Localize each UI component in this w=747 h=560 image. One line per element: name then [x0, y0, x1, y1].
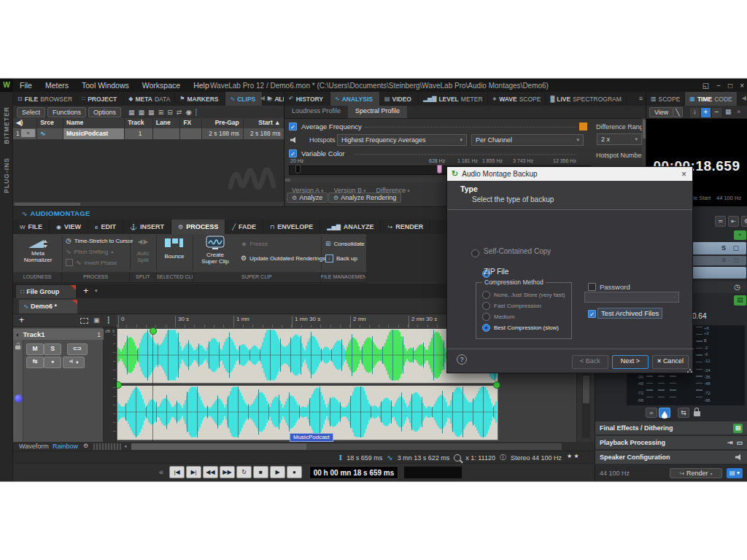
clip-name-label[interactable]: MusicPodcast [290, 433, 333, 442]
transport-button[interactable]: ▶▶ [220, 466, 235, 478]
reset-icon[interactable]: ⇤ [728, 216, 739, 227]
consolidate-button[interactable]: ⊞Consolidate [325, 240, 365, 247]
panel-menu-icon[interactable]: ≡ [277, 95, 281, 102]
lock-icon[interactable] [15, 346, 20, 350]
tab-demo6[interactable]: ∿ Demo6 * [19, 300, 77, 314]
arrow-down-icon[interactable]: ↓ [690, 108, 700, 117]
maximize-button[interactable]: □ [728, 82, 732, 90]
average-frequency-checkbox[interactable]: ✓ [289, 122, 297, 131]
panel-tab[interactable]: ▂▅▇LEVELMETER [419, 92, 488, 106]
master-gain-value[interactable]: 0.64 [692, 312, 706, 320]
column-header[interactable]: Name [63, 118, 125, 128]
transport-button[interactable]: ● [287, 466, 302, 478]
settings-gear-icon[interactable]: ⚙ [83, 443, 88, 449]
smart-bypass-icon[interactable]: ≂ [715, 216, 726, 227]
meta-normalizer-button[interactable]: MetaNormalizer [15, 250, 61, 263]
panel-tab[interactable]: ▓LIVESPECTROGRAM [546, 92, 626, 106]
tab-scroll-left-icon[interactable]: ◀ [260, 95, 265, 101]
slider-handle[interactable] [437, 165, 442, 174]
column-header[interactable]: Srce [37, 118, 63, 128]
add-track-button[interactable]: + [19, 315, 24, 325]
tab-rainbow[interactable]: Rainbow [53, 443, 78, 450]
compression-option[interactable]: Fast Compression [482, 302, 571, 310]
difference-range-select[interactable]: 2 x▾ [597, 133, 642, 145]
self-contained-radio[interactable] [471, 249, 479, 257]
transport-button[interactable]: ▶| [186, 466, 201, 478]
toolbar-icon[interactable]: ▦ [148, 109, 155, 116]
transport-button[interactable]: ▶ [270, 466, 285, 478]
transport-time-display[interactable]: 00 h 00 mn 18 s 659 ms [309, 466, 398, 479]
panel-tab[interactable]: ▤VIDEO [380, 92, 419, 106]
table-row[interactable]: 1∿MusicPodcast12 s 188 ms2 s 188 ms3 mn … [13, 128, 285, 139]
grid-icon[interactable]: ▦ [725, 108, 732, 115]
pitch-shifting-button[interactable]: ∿Pitch Shifting▾ [66, 248, 113, 255]
toolbar-icon[interactable]: ▦ [139, 109, 145, 116]
resize-grip[interactable] [687, 368, 692, 373]
master-on-toggle[interactable]: ▪ [734, 230, 746, 240]
ribbon-tab[interactable]: ⚙PROCESS [171, 219, 225, 234]
ribbon-tab[interactable]: ▂▅▇ANALYZE [320, 219, 381, 234]
time-stretch-button[interactable]: ◷Time-Stretch to Cursor [66, 237, 133, 244]
cancel-button[interactable]: × Cancel [652, 355, 689, 369]
collapse-transport-icon[interactable]: « [159, 467, 163, 476]
menu-item[interactable]: Tool Windows [75, 81, 136, 90]
help-button[interactable]: ? [457, 354, 467, 365]
render-button[interactable]: ↪Render▾ [670, 468, 722, 478]
panel-tab[interactable]: ∿CLIPS [225, 92, 263, 106]
mute-button[interactable]: M [26, 343, 44, 355]
ribbon-tab[interactable]: ◉VIEW [50, 219, 88, 234]
waveform-lane-right[interactable] [117, 386, 498, 440]
cursor-time-value[interactable]: 18 s 659 ms [347, 454, 382, 462]
solo-icon[interactable]: S [722, 257, 726, 263]
tab-scroll-left-icon[interactable]: ◀ [738, 92, 747, 106]
record-button[interactable]: ● [44, 357, 61, 368]
compression-option[interactable]: Medium [482, 313, 571, 321]
zip-file-label[interactable]: ZIP File [484, 268, 508, 276]
color-swatch[interactable] [579, 122, 587, 131]
unlock-icon[interactable] [691, 406, 703, 418]
dialog-close-button[interactable]: × [681, 169, 686, 179]
more-icon[interactable]: » [737, 108, 740, 115]
tab-loudness-profile[interactable]: Loudness Profile [285, 106, 348, 118]
vertical-scrollbar[interactable] [582, 373, 590, 438]
column-header[interactable]: FX [180, 118, 202, 128]
hotspots-select[interactable]: Highest Frequency Averages▾ [337, 134, 467, 146]
meter-scale-icon[interactable]: ┇ [107, 316, 110, 324]
transport-button[interactable]: ◀◀ [203, 466, 218, 478]
analyze-button[interactable]: ⚙Analyze [287, 192, 328, 203]
panel-tab[interactable]: ⚑MARKERS [175, 92, 225, 106]
favorites-stars[interactable]: ★ ★ [567, 453, 579, 459]
minimize-button[interactable]: − [716, 82, 721, 90]
panel-menu-icon[interactable]: ≡ [639, 95, 643, 102]
test-archived-label[interactable]: Test Archived Files [597, 308, 662, 319]
solo-button[interactable]: S [44, 343, 61, 355]
toolbar-icon[interactable]: ⇄ [177, 109, 182, 116]
envelope-handle[interactable] [150, 327, 157, 335]
toolbar-icon[interactable]: ⊞ [158, 109, 164, 116]
ribbon-tab[interactable]: WFILE [13, 219, 50, 234]
create-super-clip-button[interactable]: CreateSuper Clip [194, 252, 236, 265]
panel-tab[interactable]: ∷PROJECT [77, 92, 124, 106]
back-up-button[interactable]: ↓Back up [325, 254, 357, 262]
toolbar-icon[interactable]: ┆ [194, 109, 198, 116]
ribbon-tab[interactable]: eEDIT [88, 219, 123, 234]
track-speaker-button[interactable]: ▾ [63, 357, 85, 368]
view-button[interactable]: View [649, 107, 673, 117]
dialog-titlebar[interactable]: ↻ Audio Montage Backup × [447, 167, 692, 182]
column-header[interactable]: Pre-Gap [202, 118, 244, 128]
bypass-icon[interactable]: ▢ [733, 257, 739, 263]
final-effects-row[interactable]: Final Effects / Dithering ⊞ [595, 421, 747, 435]
preset-button[interactable]: ▤ ▾ [727, 468, 743, 478]
compression-option[interactable]: Best Compression (slow) [482, 324, 571, 332]
column-header[interactable]: ◀) [13, 118, 37, 128]
routing-button[interactable]: ⇆ [26, 357, 44, 368]
zoom-in-button[interactable]: + [701, 108, 711, 117]
freeze-button[interactable]: ∗Freeze [241, 240, 268, 248]
toolbar-button[interactable]: Select [17, 107, 45, 117]
track-toggle-icon[interactable]: ◐ [16, 331, 20, 338]
timeline-ruler[interactable]: 030 s1 mn1 mn 30 s2 mn2 mn 30 s [117, 314, 497, 328]
info-icon[interactable]: ⓘ [500, 453, 506, 462]
ribbon-tab[interactable]: ╱FADE [225, 219, 263, 234]
channel-select[interactable]: Per Channel▾ [471, 134, 584, 146]
monitor-button[interactable]: ⊂⊃ [67, 343, 88, 355]
